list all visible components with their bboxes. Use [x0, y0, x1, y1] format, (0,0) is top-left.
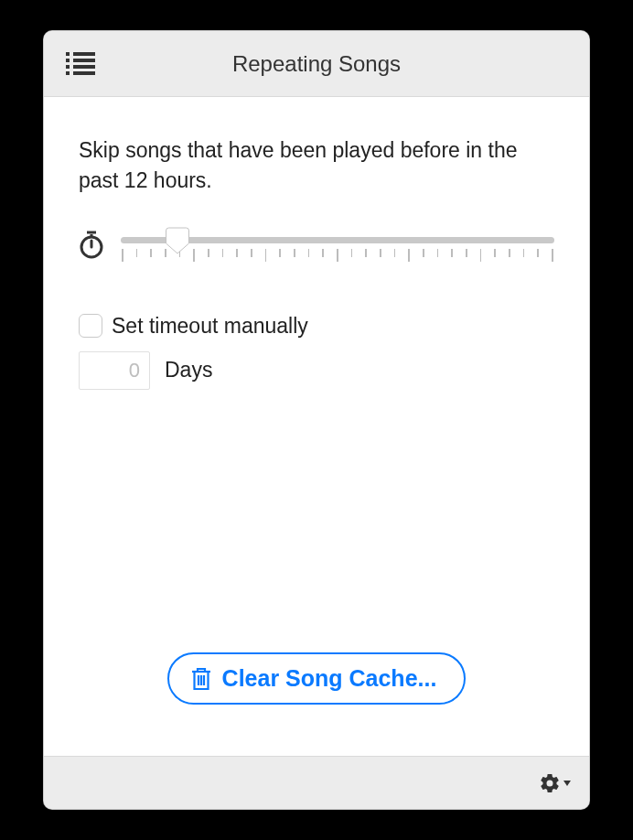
manual-timeout-row: Set timeout manually: [79, 314, 554, 339]
description-text: Skip songs that have been played before …: [79, 135, 554, 197]
slider-tick: [308, 249, 310, 257]
timeout-slider-row: [79, 235, 554, 263]
slider-tick: [236, 249, 238, 257]
slider-tick: [279, 249, 281, 257]
slider-tick: [523, 249, 525, 257]
clear-button-container: Clear Song Cache...: [44, 652, 589, 705]
slider-tick: [337, 249, 338, 262]
slider-tick: [437, 249, 439, 257]
svg-rect-5: [73, 65, 95, 69]
stopwatch-icon: [79, 230, 104, 263]
slider-tick: [122, 249, 123, 262]
slider-tick: [466, 249, 467, 257]
slider-tick: [408, 249, 410, 262]
svg-rect-4: [66, 65, 70, 69]
slider-tick: [423, 249, 424, 257]
slider-tick: [322, 249, 324, 257]
svg-rect-1: [73, 52, 95, 56]
slider-tick: [294, 249, 295, 257]
svg-rect-7: [73, 71, 95, 75]
slider-tick: [394, 249, 396, 257]
footer-bar: [44, 756, 589, 809]
list-menu-button[interactable]: [62, 46, 99, 82]
days-input-row: Days: [79, 351, 554, 390]
chevron-down-icon: [563, 780, 571, 787]
slider-tick: [193, 249, 195, 262]
days-label: Days: [165, 358, 212, 382]
manual-timeout-label: Set timeout manually: [112, 314, 308, 339]
slider-tick: [150, 249, 152, 257]
slider-tick: [451, 249, 453, 257]
content-area: Skip songs that have been played before …: [44, 97, 589, 756]
slider-tick: [380, 249, 381, 257]
manual-timeout-checkbox[interactable]: [79, 314, 102, 338]
slider-tick: [136, 249, 138, 257]
page-title: Repeating Songs: [44, 51, 589, 77]
header-bar: Repeating Songs: [44, 31, 589, 97]
clear-button-label: Clear Song Cache...: [222, 665, 437, 692]
slider-tick: [552, 249, 553, 262]
slider-tick: [351, 249, 353, 257]
timeout-slider[interactable]: [121, 235, 554, 262]
list-icon: [66, 52, 95, 76]
slider-tick: [208, 249, 209, 257]
slider-tick: [222, 249, 224, 257]
slider-tick: [365, 249, 367, 257]
svg-rect-2: [66, 59, 70, 62]
trash-icon: [191, 667, 211, 691]
slider-tick: [494, 249, 496, 257]
days-input[interactable]: [79, 351, 150, 390]
slider-tick: [509, 249, 510, 257]
gear-icon: [539, 772, 561, 794]
svg-rect-0: [66, 52, 70, 56]
window: Repeating Songs Skip songs that have bee…: [43, 30, 590, 810]
slider-thumb[interactable]: [165, 227, 189, 254]
clear-song-cache-button[interactable]: Clear Song Cache...: [167, 652, 467, 705]
slider-tick: [251, 249, 252, 257]
slider-tick: [265, 249, 267, 262]
svg-rect-6: [66, 71, 70, 75]
svg-rect-3: [73, 59, 95, 62]
settings-menu-button[interactable]: [539, 772, 571, 794]
slider-tick: [480, 249, 482, 262]
slider-tick: [537, 249, 539, 257]
